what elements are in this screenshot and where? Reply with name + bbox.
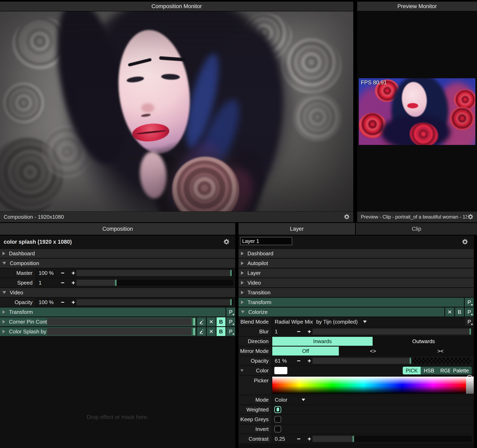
colorize-row[interactable]: Colorize ✕ B P: [238, 308, 474, 316]
section-layer[interactable]: Layer: [238, 268, 474, 278]
color-picker-cursor[interactable]: [466, 375, 473, 382]
chevron-right-icon: [241, 291, 244, 294]
art-rose-red: [450, 107, 474, 130]
composition-monitor-viewport[interactable]: [0, 11, 353, 211]
tab-composition[interactable]: Composition: [0, 223, 235, 235]
weighted-checkbox[interactable]: [274, 406, 281, 413]
opacity-decrement-button[interactable]: −: [57, 299, 68, 306]
effect-bypass-button[interactable]: B: [216, 327, 226, 336]
colorize-remove-button[interactable]: ✕: [445, 308, 454, 316]
preview-monitor-title: Preview Monitor: [397, 3, 437, 10]
palette-button[interactable]: Palette: [450, 367, 472, 374]
bypass-button-label: B: [458, 309, 461, 315]
section-video[interactable]: Video: [238, 278, 474, 287]
blend-mode-label: Blend Mode: [240, 319, 269, 325]
color-tab-hsb[interactable]: HSB: [421, 367, 437, 374]
mirror-option-off[interactable]: Off: [272, 347, 339, 355]
colorize-opacity-slider[interactable]: [313, 358, 472, 364]
preview-monitor-settings-gear-icon[interactable]: [467, 214, 474, 220]
keep-greys-label: Keep Greys: [241, 416, 269, 423]
effect-edit-button[interactable]: [197, 317, 206, 326]
contrast-decrement-button[interactable]: −: [293, 435, 304, 442]
section-composition[interactable]: Composition: [0, 259, 235, 268]
keep-greys-checkbox[interactable]: [274, 416, 281, 423]
chevron-down-icon: [241, 311, 244, 314]
transform-row[interactable]: Transform P: [238, 298, 474, 307]
effect-row-color-splash[interactable]: Color Splash by Tij ✕ B P: [0, 327, 235, 336]
master-decrement-button[interactable]: −: [57, 269, 68, 276]
composition-monitor-settings-gear-icon[interactable]: [344, 214, 350, 220]
composition-settings-gear-icon[interactable]: [223, 239, 230, 245]
colorize-param-button[interactable]: P: [465, 308, 474, 316]
effect-param-button[interactable]: P: [226, 317, 235, 326]
preview-monitor-viewport[interactable]: FPS 80.91: [357, 11, 477, 211]
color-swatch[interactable]: [274, 367, 287, 374]
section-video[interactable]: Video: [0, 288, 235, 297]
layer-settings-gear-icon[interactable]: [462, 239, 468, 245]
section-dashboard[interactable]: Dashboard: [238, 249, 474, 258]
effect-bypass-button[interactable]: B: [216, 317, 226, 326]
tab-clip[interactable]: Clip: [356, 223, 477, 235]
mirror-option-inward[interactable]: ><: [407, 347, 474, 355]
color-tab-pick[interactable]: PICK: [403, 367, 421, 374]
blur-slider[interactable]: [313, 328, 472, 335]
color-picker-gradient[interactable]: [272, 377, 466, 394]
section-autopilot[interactable]: Autopilot: [238, 259, 474, 268]
chevron-right-icon: [2, 310, 5, 314]
dropdown-arrow-icon: [363, 320, 367, 323]
preview-status-text: Preview - Clip - portrait_of a beautiful…: [357, 214, 467, 220]
mode-dropdown[interactable]: Color: [272, 395, 474, 404]
chevron-right-icon: [241, 271, 244, 275]
contrast-slider[interactable]: [313, 436, 472, 442]
blur-value[interactable]: 1: [272, 328, 293, 335]
caret-down-icon: [471, 314, 473, 315]
speed-slider[interactable]: [77, 280, 233, 286]
effect-param-button[interactable]: P: [226, 327, 235, 336]
tab-layer-label: Layer: [290, 226, 304, 232]
param-button-label: P: [467, 299, 471, 306]
speed-value[interactable]: 1: [36, 280, 57, 286]
invert-checkbox[interactable]: [274, 426, 281, 433]
master-value[interactable]: 100 %: [36, 270, 57, 276]
dropdown-arrow-icon: [302, 399, 305, 401]
direction-option-outwards[interactable]: Outwards: [373, 337, 474, 346]
colorize-opacity-decrement-button[interactable]: −: [293, 357, 304, 364]
composition-status-text: Composition - 1920x1080: [0, 214, 344, 220]
picker-label: Picker: [254, 378, 269, 384]
chevron-right-icon: [2, 330, 5, 333]
blend-mode-param-button[interactable]: P: [465, 317, 474, 326]
blend-mode-dropdown[interactable]: Radial Wipe Mix by Tijn (compiled): [272, 317, 464, 326]
palette-button-label: Palette: [453, 368, 469, 374]
master-slider[interactable]: [77, 270, 233, 276]
effect-remove-button[interactable]: ✕: [207, 317, 216, 326]
chevron-right-icon: [241, 252, 244, 255]
opacity-value[interactable]: 100 %: [36, 299, 57, 306]
effect-row-corner-pin[interactable]: Corner Pin Contro ✕ B P: [0, 317, 235, 326]
effect-opacity-dragbar[interactable]: [47, 328, 195, 335]
colorize-opacity-value[interactable]: 61 %: [272, 358, 293, 364]
effect-opacity-dragbar[interactable]: [47, 318, 195, 326]
contrast-value[interactable]: 0.25: [272, 436, 293, 442]
master-label: Master: [17, 270, 33, 276]
transform-param-button[interactable]: P: [465, 298, 474, 307]
effect-name: Corner Pin Contro: [9, 319, 52, 325]
blur-decrement-button[interactable]: −: [293, 328, 304, 335]
mirror-option-outward[interactable]: <>: [340, 347, 406, 355]
opacity-slider[interactable]: [77, 299, 233, 305]
transform-row[interactable]: Transform P: [0, 308, 235, 316]
colorize-bypass-button[interactable]: B: [455, 308, 464, 316]
direction-option-inwards[interactable]: Inwards: [272, 337, 373, 346]
caret-down-icon: [233, 334, 234, 335]
bypass-button-label: B: [219, 319, 223, 325]
effect-remove-button[interactable]: ✕: [207, 327, 216, 336]
layer-name-input[interactable]: [240, 237, 292, 245]
segment-label: ><: [437, 348, 443, 354]
section-dashboard[interactable]: Dashboard: [0, 249, 235, 258]
composition-panel: color splash (1920 x 1080) Dashboard Com…: [0, 236, 235, 448]
chevron-right-icon: [241, 262, 244, 265]
transform-param-button[interactable]: P: [226, 308, 235, 316]
effect-edit-button[interactable]: [197, 327, 206, 336]
section-transition[interactable]: Transition: [238, 288, 474, 297]
speed-decrement-button[interactable]: −: [57, 279, 68, 286]
tab-layer[interactable]: Layer: [238, 223, 355, 235]
